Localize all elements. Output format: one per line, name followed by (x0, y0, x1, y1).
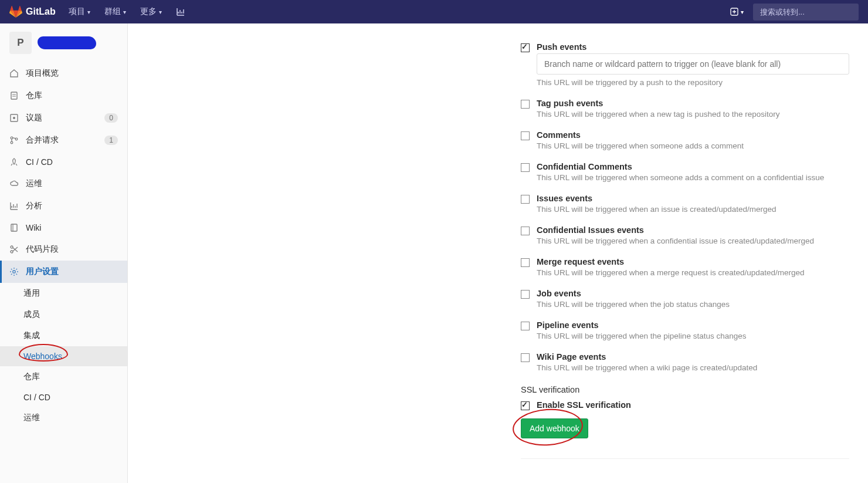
chevron-down-icon: ▾ (159, 9, 162, 15)
sidebar-item-label: Wiki (26, 223, 118, 232)
chart-icon (9, 201, 19, 211)
new-button[interactable]: ▾ (727, 5, 747, 18)
trigger-pipeline: Pipeline eventsThis URL will be triggere… (521, 320, 849, 349)
home-icon (9, 69, 19, 78)
svg-point-5 (11, 141, 13, 144)
cloud-icon (9, 179, 19, 188)
trigger-job-checkbox[interactable] (521, 290, 530, 299)
trigger-job: Job eventsThis URL will be triggered whe… (521, 289, 849, 317)
trigger-pipeline-checkbox[interactable] (521, 322, 530, 330)
sidebar-item-2[interactable]: 议题0 (0, 107, 127, 129)
annotation-circle (19, 344, 68, 362)
trigger-desc: This URL will be triggered when a confid… (537, 237, 849, 245)
trigger-conf_issues: Confidential Issues eventsThis URL will … (521, 225, 849, 254)
file-icon (9, 91, 19, 100)
trigger-desc: This URL will be triggered by a push to … (537, 78, 849, 87)
divider (521, 458, 849, 459)
trigger-title: Confidential Issues events (537, 225, 849, 235)
trigger-wiki: Wiki Page eventsThis URL will be trigger… (521, 352, 849, 380)
trigger-merge: Merge request eventsThis URL will be tri… (521, 257, 849, 285)
plus-icon (730, 8, 738, 16)
chevron-down-icon: ▾ (123, 9, 126, 15)
svg-point-10 (13, 271, 15, 273)
sidebar-item-8[interactable]: 代码片段 (0, 238, 127, 261)
sidebar-sub-item-4[interactable]: 仓库 (0, 366, 127, 387)
trigger-merge-checkbox[interactable] (521, 258, 530, 267)
sidebar-item-0[interactable]: 项目概览 (0, 62, 127, 85)
book-icon (9, 223, 19, 232)
issue-icon (9, 113, 19, 123)
ssl-section-label: SSL verification (521, 385, 849, 394)
topbar: GitLab 项目▾ 群组▾ 更多▾ ▾ (0, 0, 868, 23)
trigger-desc: This URL will be triggered when the job … (537, 300, 849, 309)
sidebar-badge: 1 (104, 136, 118, 145)
brand-text: GitLab (26, 6, 56, 17)
merge-icon (9, 136, 19, 145)
sidebar-sub-item-0[interactable]: 通用 (0, 283, 127, 304)
sidebar-item-5[interactable]: 运维 (0, 173, 127, 195)
trigger-title: Pipeline events (537, 320, 849, 330)
sidebar-item-1[interactable]: 仓库 (0, 85, 127, 107)
sidebar-item-label: 仓库 (26, 90, 118, 101)
trigger-push: Push eventsThis URL will be triggered by… (521, 42, 849, 95)
project-header[interactable]: P (0, 23, 127, 62)
trigger-desc: This URL will be triggered when an issue… (537, 205, 849, 214)
trigger-title: Job events (537, 289, 849, 298)
nav-group: 项目▾ 群组▾ 更多▾ (64, 3, 190, 21)
sidebar-item-label: 议题 (26, 113, 97, 123)
sidebar-item-3[interactable]: 合并请求1 (0, 129, 127, 151)
sidebar-item-9[interactable]: 用户设置 (0, 261, 127, 283)
chevron-down-icon: ▾ (741, 9, 744, 15)
branch-pattern-input[interactable] (537, 53, 849, 75)
main-content: Trigger Push eventsThis URL will be trig… (128, 23, 868, 483)
ssl-label: Enable SSL verification (537, 400, 849, 410)
sidebar-item-7[interactable]: Wiki (0, 217, 127, 238)
ssl-checkbox[interactable] (521, 401, 530, 410)
trigger-title: Issues events (537, 194, 849, 203)
trigger-issues-checkbox[interactable] (521, 195, 530, 204)
sidebar-item-6[interactable]: 分析 (0, 195, 127, 217)
trigger-desc: This URL will be triggered when someone … (537, 173, 849, 182)
project-avatar: P (9, 32, 32, 54)
sidebar-sub-item-5[interactable]: CI / CD (0, 387, 127, 407)
chart-icon (176, 7, 185, 16)
scissors-icon (9, 245, 19, 254)
nav-activity[interactable] (171, 3, 190, 21)
svg-point-8 (11, 246, 13, 248)
trigger-issues: Issues eventsThis URL will be triggered … (521, 194, 849, 222)
search-input[interactable] (753, 4, 859, 21)
sidebar-item-label: 合并请求 (26, 135, 97, 146)
gitlab-icon (9, 5, 22, 18)
sidebar-badge: 0 (104, 113, 118, 123)
nav-more[interactable]: 更多▾ (135, 3, 167, 21)
sidebar-item-label: 运维 (26, 178, 118, 189)
sidebar-sub-item-6[interactable]: 运维 (0, 407, 127, 428)
trigger-conf_issues-checkbox[interactable] (521, 227, 530, 235)
trigger-push-checkbox[interactable] (521, 43, 530, 52)
nav-projects[interactable]: 项目▾ (64, 3, 95, 21)
trigger-desc: This URL will be triggered when a wiki p… (537, 363, 849, 372)
trigger-comments-checkbox[interactable] (521, 131, 530, 140)
nav-groups[interactable]: 群组▾ (100, 3, 131, 21)
svg-point-9 (11, 251, 13, 253)
project-name-redacted (38, 36, 96, 49)
trigger-conf_comments-checkbox[interactable] (521, 163, 530, 172)
svg-point-3 (13, 117, 15, 119)
sidebar-sub-item-3[interactable]: Webhooks (0, 346, 127, 366)
sidebar-item-label: CI / CD (26, 157, 118, 167)
sidebar-sub-item-2[interactable]: 集成 (0, 325, 127, 346)
logo[interactable]: GitLab (9, 5, 56, 18)
trigger-title: Tag push events (537, 99, 849, 108)
trigger-title: Merge request events (537, 257, 849, 266)
trigger-conf_comments: Confidential CommentsThis URL will be tr… (521, 162, 849, 190)
svg-point-6 (15, 138, 18, 140)
trigger-comments: CommentsThis URL will be triggered when … (521, 130, 849, 158)
sidebar-item-4[interactable]: CI / CD (0, 151, 127, 173)
add-webhook-button[interactable]: Add webhook (521, 418, 588, 438)
chevron-down-icon: ▾ (87, 9, 90, 15)
trigger-wiki-checkbox[interactable] (521, 353, 530, 362)
trigger-title: Confidential Comments (537, 162, 849, 171)
sidebar-sub-item-1[interactable]: 成员 (0, 304, 127, 325)
trigger-tag: Tag push eventsThis URL will be triggere… (521, 99, 849, 127)
trigger-tag-checkbox[interactable] (521, 100, 530, 109)
